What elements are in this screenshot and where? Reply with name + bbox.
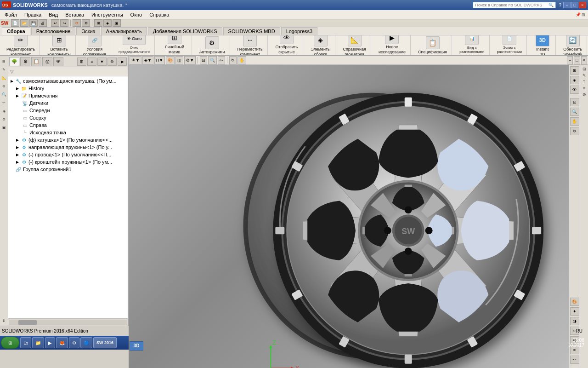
tree-spring-guide[interactable]: ▶ ⚙ направляющая пружины<1> (По у... [8, 144, 128, 151]
rt-zoom-in[interactable]: 🔍 [570, 108, 579, 116]
rt-realview[interactable]: ✦ [570, 307, 579, 316]
fr-btn-4[interactable]: ≡ [582, 85, 586, 92]
taskbar-blue-app[interactable]: 🔵 [80, 337, 92, 348]
lt-btn-8[interactable]: ⚙ [1, 115, 7, 123]
tab-layout[interactable]: Расположение [31, 27, 76, 35]
move-component-btn[interactable]: ↔ Переместитькомпонент [236, 35, 265, 55]
fr-btn-5[interactable]: ⚙ [582, 92, 587, 98]
tab-logopress[interactable]: Logopress3 [281, 27, 318, 35]
rt-shadows[interactable]: ◑ [570, 317, 579, 325]
fr-btn-1[interactable]: ⊞ [582, 66, 587, 72]
view-orient-btn[interactable]: ⊞ [94, 19, 102, 27]
fr-btn-3[interactable]: T [582, 79, 587, 85]
explode-view-btn[interactable]: 📊 Вид сразнесеннымичастями [458, 35, 486, 55]
pin-icon[interactable]: 📌 [576, 12, 581, 17]
speedpak-btn[interactable]: 🔄 ОбновитьSpeedPak [561, 35, 584, 55]
panel-tb-filter[interactable]: ▼ [97, 58, 107, 66]
rt-zoom-fit[interactable]: ⊡ [570, 98, 579, 106]
new-btn[interactable]: 📄 [11, 19, 19, 27]
panel-tb-grid[interactable]: ⊞ [77, 58, 86, 66]
save-btn[interactable]: 💾 [29, 19, 38, 27]
rt-pan[interactable]: ✋ [570, 117, 579, 126]
bom-btn[interactable]: 📋 Спецификация [416, 35, 449, 55]
view-max-btn[interactable]: □ [574, 56, 580, 64]
view-orientation-btn[interactable]: 👁▼ [130, 56, 141, 64]
view-settings-btn[interactable]: ⚙▼ [184, 56, 196, 64]
lt-btn-bottom[interactable]: ⬇ [1, 317, 7, 324]
property-manager-tab[interactable]: ⚙ [20, 57, 30, 66]
view-min-btn[interactable]: − [567, 56, 573, 64]
ref-geometry-btn[interactable]: 📐 Справочнаягеометрия [341, 35, 368, 55]
display-btn[interactable]: ◈ [103, 19, 112, 27]
redo-btn[interactable]: ↪ [60, 19, 68, 27]
rt-rotate[interactable]: ↻ [570, 127, 579, 135]
zoom-fit-btn[interactable]: ⊡ [200, 56, 207, 64]
menu-help[interactable]: Справка [146, 11, 173, 18]
panel-horizontal-scrollbar[interactable] [8, 318, 128, 326]
rt-curvature[interactable]: 〰 [570, 356, 579, 364]
lt-btn-1[interactable]: ⊞ [1, 58, 7, 65]
config-manager-tab[interactable]: 📋 [31, 57, 41, 66]
section-btn[interactable]: ▣ [113, 19, 121, 27]
tab-addins-sw[interactable]: Добавления SOLIDWORKS [148, 27, 222, 35]
explode-sketch-btn[interactable]: 📄 Эскиз сразнесеннымичастями [495, 35, 524, 55]
tree-spring-bracket[interactable]: ▶ ⚙ (-) кронштейн пружины<1> (По ум... [8, 158, 128, 166]
menu-window[interactable]: Окно [127, 11, 146, 18]
mate-btn[interactable]: 🔗 Условиясопряжения [81, 35, 108, 55]
options-btn[interactable]: ⚙ [82, 19, 90, 27]
display-manager-tab[interactable]: 👁 [53, 57, 63, 66]
start-button[interactable]: ⊞ [1, 337, 19, 349]
rt-display-mode[interactable]: ◈ [570, 76, 579, 84]
pan-btn[interactable]: ✋ [237, 56, 246, 64]
menu-edit[interactable]: Правка [21, 11, 45, 18]
rotate-btn[interactable]: ↻ [229, 56, 237, 64]
tab-analyze[interactable]: Анализировать [101, 27, 147, 35]
tree-top[interactable]: ▭ Сверху [8, 114, 128, 121]
rt-view-orient[interactable]: ⊞ [570, 66, 579, 75]
lt-btn-9[interactable]: ▣ [1, 124, 7, 131]
taskbar-folder[interactable]: 📁 [32, 337, 44, 348]
tree-front[interactable]: ▭ Спереди [8, 107, 128, 114]
taskbar-media[interactable]: ▶ [45, 337, 55, 348]
lt-btn-3[interactable]: 📐 [1, 74, 7, 81]
hide-show-btn[interactable]: H▼ [154, 56, 165, 64]
rt-hide-show[interactable]: 👁 [570, 86, 579, 94]
tree-right[interactable]: ▭ Справа [8, 121, 128, 129]
panel-tb-next[interactable]: ▶ [118, 58, 127, 66]
tree-sensors[interactable]: 📡 Датчики [8, 99, 128, 107]
rebuild-btn[interactable]: ⟳ [73, 19, 81, 27]
search-input[interactable] [475, 3, 548, 7]
zoom-prev-btn[interactable]: ⇦ [218, 56, 225, 64]
print-btn[interactable]: 🖨 [39, 19, 47, 27]
lt-btn-7[interactable]: ◈ [1, 107, 7, 115]
lt-btn-5[interactable]: 🔍 [1, 91, 7, 98]
motion-study-btn[interactable]: ▶ Новоеисследованиедвижения [377, 35, 407, 55]
assembly-features-btn[interactable]: ◈ Элементысборки [309, 35, 332, 55]
fr-btn-2[interactable]: ✎ [582, 72, 587, 79]
3d-badge[interactable]: 3D [130, 341, 143, 351]
edit-component-btn[interactable]: ✏ Редактироватькомпонент [5, 35, 37, 55]
close-button[interactable]: × [579, 2, 586, 8]
smart-fasteners-btn[interactable]: ⚙ Автокрежими [198, 35, 227, 55]
taskbar-chrome[interactable]: ⚙ [69, 337, 79, 348]
instant3d-btn[interactable]: 3D Instant3D [532, 35, 553, 55]
tree-wire[interactable]: ▶ ⚙ (-) провод<1> (По умолчанию<<П... [8, 151, 128, 158]
section-view-btn[interactable]: ◫ [175, 56, 183, 64]
tree-history[interactable]: ▶ 📁 History [8, 85, 128, 92]
panel-tb-search[interactable]: ⊕ [107, 58, 117, 66]
linear-pattern-btn[interactable]: ⊞ Линейный масивкомпонентов [160, 35, 189, 55]
show-hidden-btn[interactable]: 👁 Отобразитьскрытыекомпоненты [273, 35, 300, 55]
help-icon[interactable]: ? [559, 3, 561, 8]
scroll-thumb[interactable] [18, 320, 37, 325]
tab-assembly[interactable]: Сборка [2, 27, 30, 35]
minimize-button[interactable]: − [563, 2, 571, 8]
panel-tb-list[interactable]: ≡ [87, 58, 96, 66]
zoom-selected-btn[interactable]: 🔍 [208, 56, 217, 64]
tree-root[interactable]: ▶ 🔧 самосматывающаяся катушка. (По ум... [8, 77, 128, 85]
view-close-btn[interactable]: × [581, 56, 587, 64]
display-style-btn[interactable]: ◈▼ [142, 56, 153, 64]
insert-components-btn[interactable]: ⊞ Вставитькомпоненты [45, 35, 73, 55]
tree-mate-group[interactable]: 🔗 Группа сопряжений1 [8, 166, 128, 173]
feature-manager-tab[interactable]: 🌳 [9, 57, 19, 66]
3d-viewport[interactable]: SW [129, 65, 569, 368]
